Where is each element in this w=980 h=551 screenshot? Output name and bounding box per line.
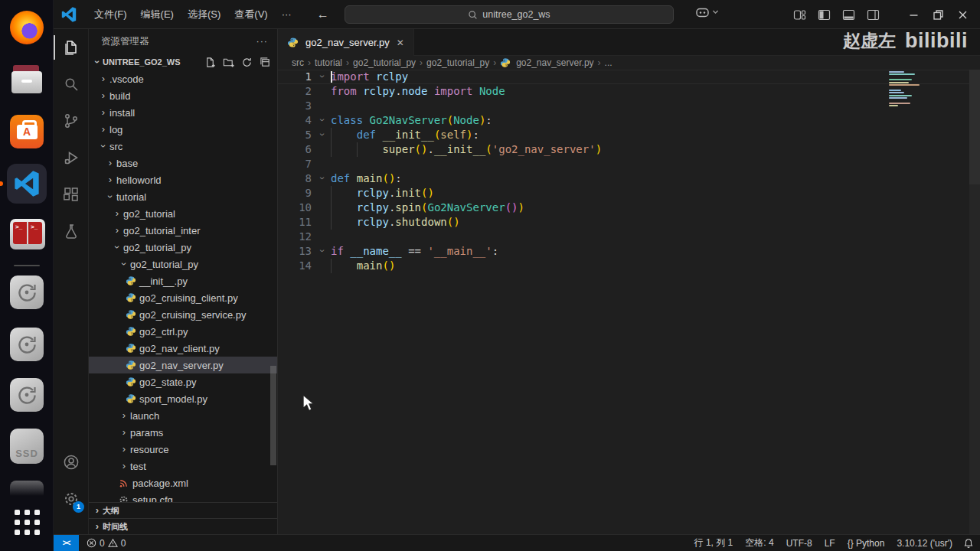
terminator-icon[interactable]: >_>_ bbox=[10, 219, 44, 253]
app-grid-icon[interactable] bbox=[10, 510, 44, 543]
tree-item[interactable]: ›launch bbox=[89, 407, 277, 424]
tree-item[interactable]: sport_model.py bbox=[89, 390, 277, 407]
code-line[interactable]: 14 main() bbox=[278, 259, 980, 273]
tree-item[interactable]: package.xml bbox=[89, 474, 277, 491]
menu-item[interactable]: ··· bbox=[275, 8, 299, 20]
tree-item[interactable]: ›go2_tutorial_py bbox=[89, 239, 277, 256]
tree-item[interactable]: go2_cruising_client.py bbox=[89, 289, 277, 306]
fold-chevron-icon[interactable]: › bbox=[315, 173, 329, 184]
breadcrumb-item[interactable]: go2_tutorial_py bbox=[426, 57, 489, 68]
breadcrumb-item[interactable]: src bbox=[292, 57, 304, 68]
tree-item[interactable]: go2_ctrl.py bbox=[89, 323, 277, 340]
menu-item[interactable]: 编辑(E) bbox=[134, 8, 181, 20]
tree-item[interactable]: go2_cruising_service.py bbox=[89, 306, 277, 323]
code-line[interactable]: 6 super().__init__('go2_nav_server') bbox=[278, 142, 980, 157]
ubuntu-software-icon[interactable]: A bbox=[10, 115, 44, 148]
status-item[interactable]: 3.10.12 ('usr') bbox=[890, 538, 959, 549]
firefox-icon[interactable] bbox=[10, 11, 44, 44]
code-line[interactable]: 4›class Go2NavServer(Node): bbox=[278, 113, 980, 128]
tree-item[interactable]: go2_state.py bbox=[89, 373, 277, 390]
disk-utility-icon-3[interactable] bbox=[10, 378, 44, 412]
status-item[interactable]: UTF-8 bbox=[780, 538, 818, 549]
tree-item[interactable]: setup.cfg bbox=[89, 491, 277, 502]
breadcrumb-item[interactable]: tutorial bbox=[315, 57, 342, 68]
customize-layout-icon[interactable] bbox=[793, 8, 806, 21]
tree-item[interactable]: ›go2_tutorial bbox=[89, 205, 277, 222]
code-line[interactable]: 1›import rclpy bbox=[278, 70, 980, 84]
status-item[interactable]: 空格: 4 bbox=[739, 536, 779, 549]
remote-indicator[interactable]: >< bbox=[54, 535, 79, 551]
breadcrumb-item[interactable]: go2_nav_server.py bbox=[500, 57, 593, 68]
tree-item[interactable]: ›install bbox=[89, 104, 277, 121]
source-control-activity-icon[interactable] bbox=[54, 103, 89, 139]
tree-item[interactable]: go2_nav_server.py bbox=[89, 357, 277, 373]
tree-item[interactable]: ›go2_tutorial_inter bbox=[89, 222, 277, 239]
status-item[interactable]: LF bbox=[818, 538, 841, 549]
editor-scrollbar-slider[interactable] bbox=[969, 70, 980, 184]
explorer-activity-icon[interactable] bbox=[54, 29, 89, 66]
code-line[interactable]: 10 rclpy.spin(Go2NavServer()) bbox=[278, 201, 980, 215]
testing-activity-icon[interactable] bbox=[54, 213, 89, 249]
line-number[interactable]: 9 bbox=[278, 186, 312, 201]
line-number[interactable]: 7 bbox=[278, 157, 312, 171]
breadcrumb-item[interactable]: ... bbox=[605, 57, 612, 68]
tree-item[interactable]: ›log bbox=[89, 121, 277, 138]
minimap[interactable] bbox=[889, 71, 932, 107]
code-line[interactable]: 9 rclpy.init() bbox=[278, 186, 980, 201]
outline-section[interactable]: › 大纲 bbox=[89, 502, 277, 518]
tree-item[interactable]: ›test bbox=[89, 458, 277, 474]
tree-item[interactable]: ›go2_tutorial_py bbox=[89, 256, 277, 272]
code-line[interactable]: 12 bbox=[278, 230, 980, 244]
search-activity-icon[interactable] bbox=[54, 66, 89, 103]
line-number[interactable]: 12 bbox=[278, 230, 312, 244]
fold-chevron-icon[interactable]: › bbox=[315, 115, 329, 126]
command-center-search[interactable]: unitree_go2_ws bbox=[345, 5, 674, 24]
tree-item[interactable]: ›build bbox=[89, 87, 277, 104]
line-number[interactable]: 3 bbox=[278, 99, 312, 113]
status-item[interactable]: {} Python bbox=[841, 538, 891, 549]
collapse-all-icon[interactable] bbox=[260, 57, 271, 68]
new-folder-icon[interactable] bbox=[223, 57, 234, 68]
status-item[interactable]: 行 1, 列 1 bbox=[688, 536, 740, 549]
line-number[interactable]: 11 bbox=[278, 215, 312, 230]
copilot-menu[interactable] bbox=[695, 6, 719, 18]
line-number[interactable]: 1 bbox=[278, 70, 312, 84]
new-file-icon[interactable] bbox=[204, 57, 216, 68]
tree-item[interactable]: __init__.py bbox=[89, 272, 277, 289]
menu-item[interactable]: 选择(S) bbox=[181, 8, 227, 20]
menu-item[interactable]: 文件(F) bbox=[87, 8, 134, 20]
more-actions-icon[interactable]: ··· bbox=[256, 36, 269, 47]
line-number[interactable]: 13 bbox=[278, 244, 312, 259]
fold-chevron-icon[interactable]: › bbox=[315, 129, 329, 140]
restore-icon[interactable] bbox=[932, 8, 945, 21]
line-number[interactable]: 4 bbox=[278, 113, 312, 128]
menu-item[interactable]: 查看(V) bbox=[227, 8, 274, 20]
tree-item[interactable]: ›.vscode bbox=[89, 70, 277, 87]
toggle-primary-sidebar-icon[interactable] bbox=[818, 8, 831, 21]
tree-item[interactable]: ›tutorial bbox=[89, 188, 277, 205]
tab-go2-nav-server[interactable]: go2_nav_server.py ✕ bbox=[278, 29, 414, 56]
sidebar-scrollbar[interactable] bbox=[270, 366, 276, 465]
timeline-section[interactable]: › 时间线 bbox=[89, 518, 277, 534]
breadcrumb-item[interactable]: go2_tutorial_py bbox=[353, 57, 416, 68]
line-number[interactable]: 5 bbox=[278, 128, 312, 142]
account-icon[interactable] bbox=[54, 444, 89, 481]
fold-chevron-icon[interactable]: › bbox=[315, 71, 329, 82]
tree-item[interactable]: ›resource bbox=[89, 441, 277, 458]
extensions-activity-icon[interactable] bbox=[54, 176, 89, 213]
tree-item[interactable]: ›base bbox=[89, 155, 277, 171]
line-number[interactable]: 8 bbox=[278, 171, 312, 186]
toggle-secondary-sidebar-icon[interactable] bbox=[867, 8, 880, 21]
file-manager-icon[interactable] bbox=[10, 64, 44, 98]
vscode-dock-icon[interactable] bbox=[7, 164, 47, 204]
line-number[interactable]: 10 bbox=[278, 201, 312, 215]
close-icon[interactable] bbox=[956, 8, 969, 21]
disk-utility-icon-1[interactable] bbox=[10, 276, 44, 309]
problems-status[interactable]: 0 0 bbox=[87, 538, 126, 549]
run-debug-activity-icon[interactable] bbox=[54, 139, 89, 176]
ssd-drive-icon[interactable]: SSD bbox=[10, 429, 44, 462]
minimize-icon[interactable] bbox=[907, 8, 920, 21]
code-line[interactable]: 11 rclpy.shutdown() bbox=[278, 215, 980, 230]
code-line[interactable]: 8›def main(): bbox=[278, 171, 980, 186]
line-number[interactable]: 14 bbox=[278, 259, 312, 273]
